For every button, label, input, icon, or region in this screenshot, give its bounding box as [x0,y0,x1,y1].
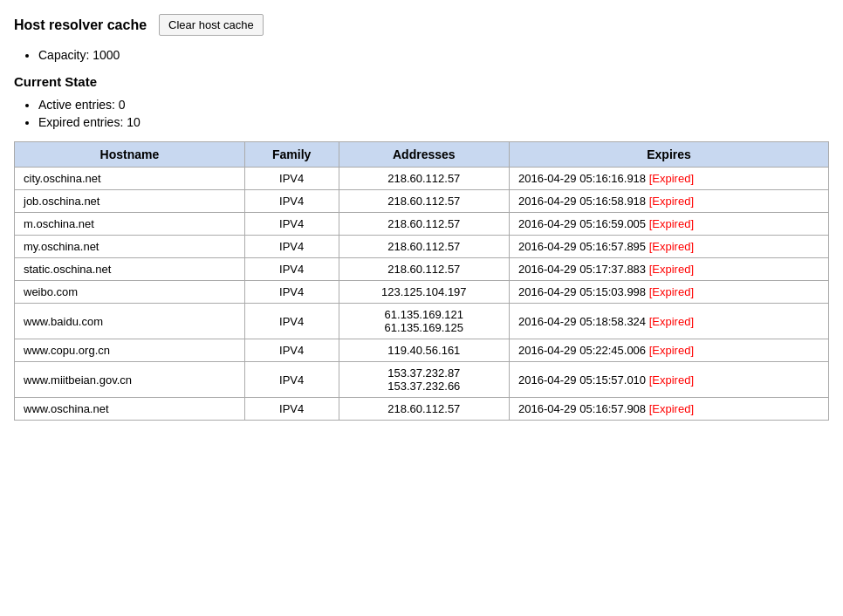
capacity-item: Capacity: 1000 [38,48,829,62]
cell-family: IPV4 [244,398,339,421]
col-header-expires: Expires [510,142,829,168]
cell-addresses: 218.60.112.57 [339,398,510,421]
cell-family: IPV4 [244,213,339,236]
expired-entries-item: Expired entries: 10 [38,115,829,129]
cell-hostname: www.oschina.net [15,398,245,421]
cell-expires: 2016-04-29 05:16:59.005 [Expired] [510,213,829,236]
cell-addresses: 119.40.56.161 [339,339,510,362]
table-row: my.oschina.netIPV4218.60.112.572016-04-2… [15,236,829,258]
cell-addresses: 218.60.112.57 [339,168,510,190]
table-row: m.oschina.netIPV4218.60.112.572016-04-29… [15,213,829,236]
table-row: weibo.comIPV4123.125.104.1972016-04-29 0… [15,281,829,304]
cell-family: IPV4 [244,304,339,339]
current-state-title: Current State [14,74,829,89]
cell-hostname: my.oschina.net [15,236,245,258]
cell-expires: 2016-04-29 05:16:57.908 [Expired] [510,398,829,421]
cell-addresses: 218.60.112.57 [339,213,510,236]
cell-hostname: static.oschina.net [15,258,245,281]
col-header-family: Family [244,142,339,168]
cell-hostname: job.oschina.net [15,190,245,213]
table-row: job.oschina.netIPV4218.60.112.572016-04-… [15,190,829,213]
col-header-addresses: Addresses [339,142,510,168]
active-entries-item: Active entries: 0 [38,98,829,112]
cell-addresses: 218.60.112.57 [339,258,510,281]
table-row: static.oschina.netIPV4218.60.112.572016-… [15,258,829,281]
current-state-list: Active entries: 0 Expired entries: 10 [38,98,829,129]
cell-expires: 2016-04-29 05:16:57.895 [Expired] [510,236,829,258]
cell-family: IPV4 [244,236,339,258]
expired-badge: [Expired] [649,315,694,328]
cell-expires: 2016-04-29 05:16:58.918 [Expired] [510,190,829,213]
cell-family: IPV4 [244,339,339,362]
expired-badge: [Expired] [649,172,694,185]
cell-addresses: 61.135.169.12161.135.169.125 [339,304,510,339]
cell-addresses: 153.37.232.87153.37.232.66 [339,362,510,398]
expired-badge: [Expired] [649,402,694,415]
expired-badge: [Expired] [649,344,694,357]
cell-expires: 2016-04-29 05:16:16.918 [Expired] [510,168,829,190]
table-row: city.oschina.netIPV4218.60.112.572016-04… [15,168,829,190]
cell-family: IPV4 [244,258,339,281]
cell-hostname: weibo.com [15,281,245,304]
table-row: www.oschina.netIPV4218.60.112.572016-04-… [15,398,829,421]
cell-family: IPV4 [244,168,339,190]
cell-family: IPV4 [244,281,339,304]
info-list: Capacity: 1000 [38,48,829,62]
expired-badge: [Expired] [649,263,694,276]
clear-host-cache-button[interactable]: Clear host cache [159,14,264,36]
cell-family: IPV4 [244,362,339,398]
expired-badge: [Expired] [649,240,694,253]
table-header-row: Hostname Family Addresses Expires [15,142,829,168]
cell-expires: 2016-04-29 05:15:03.998 [Expired] [510,281,829,304]
expired-badge: [Expired] [649,373,694,387]
expired-badge: [Expired] [649,195,694,208]
cell-hostname: www.miitbeian.gov.cn [15,362,245,398]
cell-addresses: 218.60.112.57 [339,236,510,258]
host-cache-table: Hostname Family Addresses Expires city.o… [14,141,829,421]
cell-expires: 2016-04-29 05:17:37.883 [Expired] [510,258,829,281]
cell-hostname: www.copu.org.cn [15,339,245,362]
table-row: www.miitbeian.gov.cnIPV4153.37.232.87153… [15,362,829,398]
cell-hostname: city.oschina.net [15,168,245,190]
cell-expires: 2016-04-29 05:22:45.006 [Expired] [510,339,829,362]
expired-badge: [Expired] [649,285,694,298]
cell-expires: 2016-04-29 05:15:57.010 [Expired] [510,362,829,398]
table-row: www.copu.org.cnIPV4119.40.56.1612016-04-… [15,339,829,362]
cell-hostname: www.baidu.com [15,304,245,339]
cell-family: IPV4 [244,190,339,213]
table-row: www.baidu.comIPV461.135.169.12161.135.16… [15,304,829,339]
cell-hostname: m.oschina.net [15,213,245,236]
expired-badge: [Expired] [649,217,694,230]
col-header-hostname: Hostname [15,142,245,168]
cell-addresses: 123.125.104.197 [339,281,510,304]
cell-addresses: 218.60.112.57 [339,190,510,213]
page-title: Host resolver cache [14,17,147,33]
cell-expires: 2016-04-29 05:18:58.324 [Expired] [510,304,829,339]
